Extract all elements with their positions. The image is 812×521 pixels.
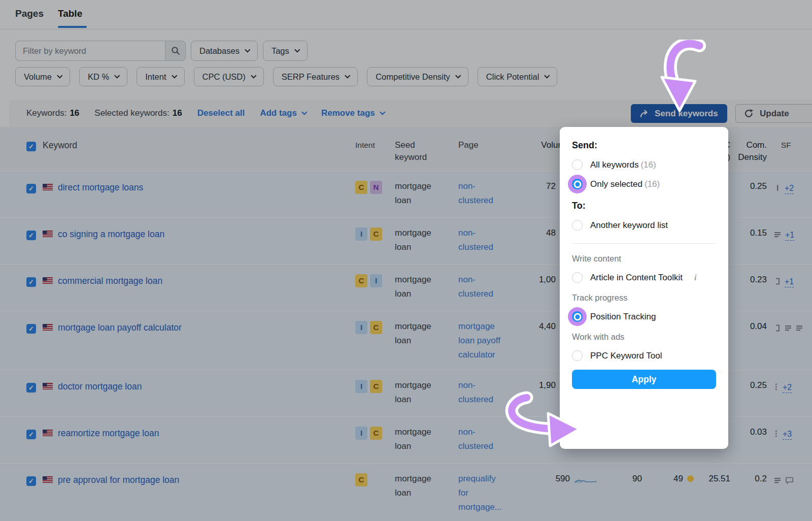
radio-button[interactable] bbox=[572, 272, 583, 283]
radio-label: Only selected(16) bbox=[590, 179, 660, 189]
radio-button[interactable] bbox=[572, 159, 583, 170]
radio-option-position-tracking[interactable]: Position Tracking bbox=[572, 311, 716, 322]
radio-label: Position Tracking bbox=[590, 312, 656, 322]
panel-section-heading: To: bbox=[572, 201, 716, 211]
radio-label: All keywords(16) bbox=[590, 160, 656, 170]
radio-option-another-keyword-list[interactable]: Another keyword list bbox=[572, 220, 716, 231]
radio-button[interactable] bbox=[572, 179, 583, 189]
radio-count: (16) bbox=[645, 179, 660, 189]
panel-section-heading: Send: bbox=[572, 140, 716, 151]
info-icon[interactable]: i bbox=[694, 273, 696, 282]
radio-button[interactable] bbox=[572, 311, 583, 322]
radio-label: PPC Keyword Tool bbox=[590, 351, 662, 361]
radio-count: (16) bbox=[640, 160, 656, 170]
app-screen: Pages Table DatabasesTags VolumeKD %Inte… bbox=[0, 0, 812, 521]
panel-divider bbox=[572, 243, 716, 244]
radio-option-article-in-content-toolkit[interactable]: Article in Content Toolkiti bbox=[572, 272, 716, 283]
radio-option-ppc-keyword-tool[interactable]: PPC Keyword Tool bbox=[572, 350, 716, 361]
apply-button[interactable]: Apply bbox=[572, 370, 716, 389]
radio-label: Article in Content Toolkit bbox=[590, 273, 683, 283]
radio-button[interactable] bbox=[572, 350, 583, 361]
radio-label: Another keyword list bbox=[590, 220, 668, 231]
radio-option-only-selected[interactable]: Only selected(16) bbox=[572, 179, 716, 189]
radio-button[interactable] bbox=[572, 220, 583, 231]
panel-group-label: Track progress bbox=[572, 293, 716, 303]
panel-group-label: Work with ads bbox=[572, 332, 716, 342]
radio-option-all-keywords[interactable]: All keywords(16) bbox=[572, 159, 716, 170]
send-keywords-dropdown-panel: Send:All keywords(16)Only selected(16)To… bbox=[560, 127, 728, 449]
panel-group-label: Write content bbox=[572, 254, 716, 264]
